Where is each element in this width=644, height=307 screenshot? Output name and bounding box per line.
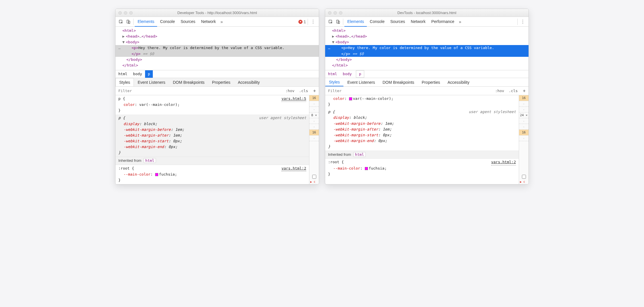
zoom-dot[interactable] (339, 11, 342, 15)
ua-label: user agent stylesheet (259, 115, 306, 121)
subtab-properties[interactable]: Properties (208, 78, 234, 86)
minimize-dot[interactable] (124, 11, 127, 15)
expand-icon[interactable]: ▶ c (309, 180, 319, 184)
subtab-accessibility[interactable]: Accessibility (234, 78, 263, 86)
kebab-menu[interactable]: ⋮ (309, 19, 317, 24)
traffic-lights (118, 11, 133, 15)
subtab-dom-breakpoints[interactable]: DOM Breakpoints (169, 78, 208, 86)
prop-value: 1em (173, 133, 180, 137)
ruler-cell: - (309, 118, 319, 124)
style-rule[interactable]: color: var(--main-color); } (325, 95, 519, 108)
cls-toggle[interactable]: .cls (297, 87, 310, 95)
prop-value[interactable]: var(--main-color) (353, 96, 391, 101)
ruler-cell: - (519, 101, 529, 107)
new-rule-button[interactable]: + (310, 88, 319, 94)
subtab-event-listeners[interactable]: Event Listeners (134, 78, 169, 86)
subtab-properties[interactable]: Properties (418, 78, 444, 86)
more-tabs-chevron[interactable]: » (219, 19, 224, 24)
checkbox[interactable] (522, 175, 526, 179)
tab-console[interactable]: Console (367, 17, 387, 27)
filter-input[interactable] (325, 89, 493, 93)
dom-tree[interactable]: <html> ▶<head>…</head> ▼<body> …<p>Hey t… (115, 27, 319, 70)
node-text: Hey there. My color is determined by the… (138, 46, 284, 50)
prop-name[interactable]: --main-color (333, 166, 360, 170)
color-swatch[interactable] (155, 173, 158, 176)
style-rule[interactable]: :root { vars.html:2 --main-color: fuchsi… (325, 159, 519, 178)
separator (308, 19, 308, 25)
subtab-accessibility[interactable]: Accessibility (444, 78, 473, 86)
crumb-html[interactable]: html (115, 70, 130, 78)
prop-name: display (124, 122, 139, 126)
device-icon[interactable] (125, 18, 132, 26)
selected-node[interactable]: …<p>Hey there. My color is determined by… (325, 45, 529, 51)
selected-node[interactable]: …<p>Hey there. My color is determined by… (115, 45, 319, 51)
prop-name[interactable]: color (124, 102, 135, 107)
tab-console[interactable]: Console (157, 17, 178, 27)
crumb-body[interactable]: body (340, 70, 354, 78)
kebab-menu[interactable]: ⋮ (519, 19, 527, 24)
inspect-icon[interactable] (327, 18, 334, 26)
error-icon: ✕ (298, 20, 302, 24)
main-tabbar: Elements Console Sources Network » ✕ 1 ⋮ (115, 17, 319, 27)
subtab-styles[interactable]: Styles (325, 78, 344, 86)
crumb-p[interactable]: p (356, 70, 365, 78)
more-tabs-chevron[interactable]: » (457, 19, 463, 24)
tab-performance[interactable]: Performance (428, 17, 457, 27)
close-dot[interactable] (118, 11, 122, 15)
prop-value[interactable]: fuchsia (369, 166, 385, 170)
checkbox[interactable] (312, 175, 316, 179)
tab-network[interactable]: Network (198, 17, 219, 27)
color-swatch[interactable] (365, 167, 368, 170)
crumb-p[interactable]: p (145, 70, 153, 78)
subtab-dom-breakpoints[interactable]: DOM Breakpoints (379, 78, 418, 86)
ruler-cell: - (309, 124, 319, 130)
prop-name[interactable]: --main-color (124, 172, 151, 176)
cls-toggle[interactable]: .cls (506, 87, 520, 95)
ruler-cell: - (519, 135, 529, 141)
expand-icon[interactable]: ▶ c (519, 180, 529, 184)
tab-elements[interactable]: Elements (344, 17, 367, 27)
new-rule-button[interactable]: + (520, 88, 529, 94)
crumb-body[interactable]: body (130, 70, 145, 78)
hov-toggle[interactable]: :hov (283, 87, 297, 95)
ruler-cell: - (519, 124, 529, 130)
prop-name: -webkit-margin-before (124, 127, 171, 132)
inspect-icon[interactable] (117, 18, 125, 26)
ruler-cell: 16 (519, 130, 529, 135)
zoom-dot[interactable] (129, 11, 133, 15)
tab-network[interactable]: Network (408, 17, 428, 27)
tab-elements[interactable]: Elements (135, 17, 157, 27)
subtab-styles[interactable]: Styles (115, 78, 134, 86)
prop-value[interactable]: fuchsia (159, 172, 175, 176)
tab-sources[interactable]: Sources (387, 17, 408, 27)
prop-value: 1em (175, 127, 182, 132)
hov-toggle[interactable]: :hov (493, 87, 506, 95)
inherited-chip[interactable]: html (353, 152, 366, 157)
prop-name[interactable]: color (333, 96, 344, 101)
ruler-cell: 16 (519, 95, 529, 101)
minimize-dot[interactable] (333, 11, 337, 15)
inherited-chip[interactable]: html (144, 158, 156, 163)
prop-value[interactable]: var(--main-color) (139, 102, 178, 107)
prop-name: -webkit-margin-after (124, 133, 169, 137)
color-swatch[interactable] (349, 97, 352, 100)
style-rule[interactable]: :root { vars.html:2 --main-color: fuchsi… (115, 165, 309, 184)
device-icon[interactable] (334, 18, 342, 26)
dom-tree[interactable]: <html> ▶<head>…</head> ▼<body> …<p>Hey t… (325, 27, 529, 70)
source-link[interactable]: vars.html:2 (281, 166, 306, 172)
error-badge[interactable]: ✕ 1 (298, 20, 306, 24)
tab-sources[interactable]: Sources (178, 17, 198, 27)
source-link[interactable]: vars.html:2 (491, 159, 516, 165)
subtab-event-listeners[interactable]: Event Listeners (344, 78, 379, 86)
titlebar: Developer Tools - http://localhost:3000/… (115, 9, 319, 17)
filter-row: :hov .cls + (115, 87, 319, 95)
source-link[interactable]: vars.html:5 (281, 96, 306, 102)
rule-close: } (118, 177, 306, 183)
devtools-window-left: Developer Tools - http://localhost:3000/… (115, 9, 319, 184)
close-dot[interactable] (328, 11, 331, 15)
filter-input[interactable] (115, 89, 283, 93)
crumb-html[interactable]: html (325, 70, 340, 78)
prop-value: block (144, 122, 155, 126)
styles-pane: p { vars.html:5 color: var(--main-color)… (115, 95, 319, 184)
style-rule[interactable]: p { vars.html:5 color: var(--main-color)… (115, 95, 309, 114)
